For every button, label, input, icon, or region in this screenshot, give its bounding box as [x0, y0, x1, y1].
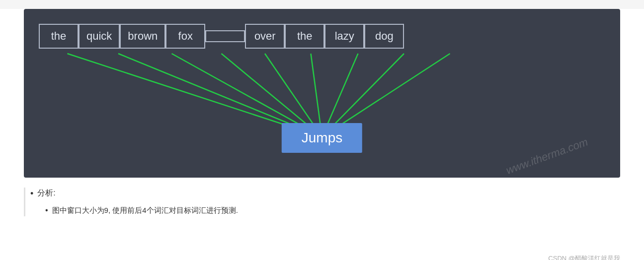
diagram-area: thequickbrownfoxoverthelazydog Jumps www… — [24, 9, 620, 178]
sub-bullet-text: 图中窗口大小为9, 使用前后4个词汇对目标词汇进行预测. — [52, 205, 238, 215]
word-box-1: quick — [79, 24, 120, 49]
word-box-8: dog — [364, 24, 404, 49]
csdn-label: CSDN @醋酸洋红就是我 — [548, 255, 620, 260]
word-box-2: brown — [120, 24, 165, 49]
main-bullet-text: 分析: — [37, 188, 55, 198]
bullet-dot-main: • — [30, 188, 33, 200]
sub-bullet: • 图中窗口大小为9, 使用前后4个词汇对目标词汇进行预测. — [45, 205, 620, 216]
bullet-dot-sub: • — [45, 205, 48, 216]
word-box-7: lazy — [324, 24, 364, 49]
words-row: thequickbrownfoxoverthelazydog — [39, 24, 605, 49]
word-box-0: the — [39, 24, 79, 49]
main-container: thequickbrownfoxoverthelazydog Jumps www… — [0, 9, 644, 260]
content-area: • 分析: • 图中窗口大小为9, 使用前后4个词汇对目标词汇进行预测. — [24, 188, 620, 216]
word-box-3: fox — [165, 24, 205, 49]
jumps-label: Jumps — [302, 130, 342, 145]
watermark-text: www.itherma.com — [504, 135, 590, 177]
csdn-watermark: CSDN @醋酸洋红就是我 — [548, 254, 620, 260]
word-box-5: over — [245, 24, 285, 49]
word-box-6: the — [285, 24, 324, 49]
jumps-box: Jumps — [282, 123, 362, 153]
main-bullet: • 分析: — [30, 188, 620, 200]
word-box-4 — [205, 30, 245, 42]
